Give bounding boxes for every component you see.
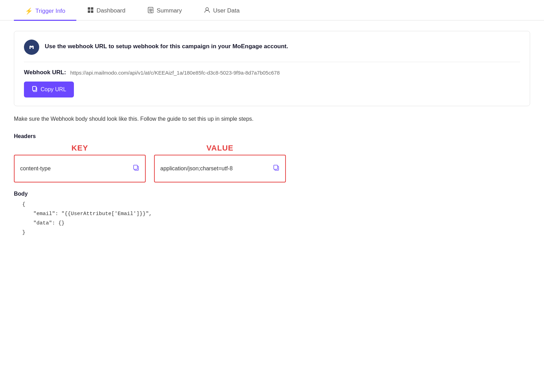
body-code: { "email": "{{UserAttribute['Email']}}",… (14, 200, 530, 237)
code-line-3: "data": {} (22, 219, 530, 228)
tab-dashboard-label: Dashboard (96, 7, 125, 14)
code-line-2: "email": "{{UserAttribute['Email']}}", (22, 209, 530, 219)
key-text: content-type (20, 165, 130, 172)
svg-rect-19 (274, 165, 278, 169)
key-annotation: KEY (71, 144, 88, 153)
tab-user-data[interactable]: User Data (193, 1, 251, 21)
bolt-icon: ⚡ (25, 7, 33, 15)
copy-url-button[interactable]: Copy URL (24, 82, 74, 97)
svg-rect-17 (134, 165, 137, 169)
code-line-4: } (22, 228, 530, 237)
svg-point-10 (152, 12, 153, 12)
info-card: Use the webhook URL to setup webhook for… (14, 31, 530, 106)
tab-summary-label: Summary (156, 7, 182, 14)
value-annotation: VALUE (206, 144, 233, 153)
tab-summary[interactable]: Summary (136, 1, 193, 21)
value-text: application/json;charset=utf-8 (160, 165, 270, 172)
body-label: Body (14, 191, 530, 197)
svg-point-11 (206, 8, 209, 10)
headers-section: Headers KEY VALUE content-type (14, 133, 530, 182)
tab-user-data-label: User Data (213, 7, 240, 14)
code-line-1: { (22, 200, 530, 209)
key-box: content-type (14, 155, 146, 182)
grid-icon (87, 7, 94, 15)
webhook-url-row: Webhook URL: https://api.mailmodo.com/ap… (24, 69, 520, 76)
tab-trigger-info[interactable]: ⚡ Trigger Info (14, 1, 76, 21)
summary-icon (147, 7, 154, 15)
webhook-url-text: https://api.mailmodo.com/api/v1/at/c/KEE… (70, 70, 280, 76)
tab-trigger-info-label: Trigger Info (35, 8, 65, 15)
headers-label: Headers (14, 133, 530, 139)
copy-url-label: Copy URL (41, 86, 66, 93)
copy-url-icon (32, 86, 38, 93)
main-content: Use the webhook URL to setup webhook for… (0, 20, 544, 248)
svg-rect-2 (88, 10, 90, 13)
copy-key-icon[interactable] (133, 164, 139, 173)
guide-text: Make sure the Webhook body should look l… (14, 114, 530, 123)
svg-rect-0 (88, 7, 90, 10)
tab-bar: ⚡ Trigger Info Dashboard Summ (0, 0, 544, 20)
tab-dashboard[interactable]: Dashboard (76, 1, 136, 21)
copy-value-icon[interactable] (273, 164, 280, 173)
info-banner-text: Use the webhook URL to setup webhook for… (45, 40, 288, 51)
svg-rect-14 (33, 86, 36, 91)
user-icon (204, 7, 210, 15)
body-section: Body { "email": "{{UserAttribute['Email'… (14, 191, 530, 237)
svg-rect-3 (91, 10, 93, 13)
moengage-logo (24, 40, 39, 55)
svg-rect-1 (91, 7, 93, 10)
webhook-label: Webhook URL: (24, 69, 66, 76)
info-banner: Use the webhook URL to setup webhook for… (24, 40, 520, 62)
value-box: application/json;charset=utf-8 (154, 155, 286, 182)
key-value-row: content-type application/json;charset=ut… (14, 155, 530, 182)
